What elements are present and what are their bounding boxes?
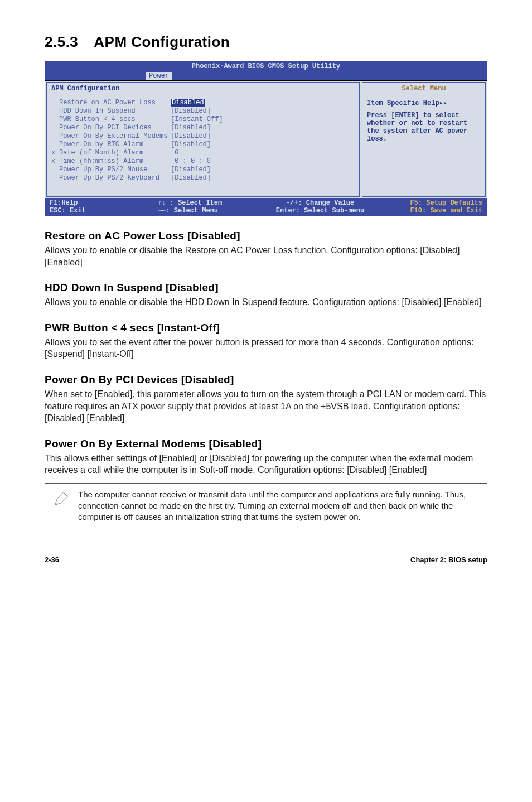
section-title: APM Configuration [94, 33, 230, 50]
bios-option-row: Power-On by RTC Alarm[Disabled] [51, 141, 355, 149]
arrow-right-icon: ▸▸ [439, 99, 447, 107]
subheading-pwrbtn: PWR Button < 4 secs [Instant-Off] [45, 322, 487, 334]
subheading-hdd: HDD Down In Suspend [Disabled] [45, 282, 487, 294]
section-heading: 2.5.3APM Configuration [45, 33, 487, 51]
section-number: 2.5.3 [45, 33, 78, 50]
paragraph: This allows either settings of [Enabled]… [45, 452, 487, 476]
note-box: The computer cannot receive or transmit … [45, 483, 487, 529]
paragraph: Allows you to set the event after the po… [45, 336, 487, 360]
page-number: 2-36 [45, 555, 59, 564]
bios-option-row: Restore on AC Power LossDisabled [51, 99, 355, 107]
note-text: The computer cannot receive or transmit … [78, 489, 487, 523]
bios-right-pane: Select Menu Item Specific Help▸▸ Press [… [362, 82, 486, 197]
bios-menu-active: Power [146, 72, 172, 80]
bios-option-row: Power Up By PS/2 Keyboard[Disabled] [51, 174, 355, 182]
paragraph: Allows you to enable or disable the HDD … [45, 296, 487, 308]
bios-window: Phoenix-Award BIOS CMOS Setup Utility Po… [45, 61, 487, 216]
help-body: Press [ENTER] to select whether or not t… [367, 112, 481, 143]
chapter-label: Chapter 2: BIOS setup [410, 555, 487, 564]
pencil-icon [45, 489, 78, 523]
page-footer: 2-36 Chapter 2: BIOS setup [45, 552, 487, 564]
bios-option-row: PWR Button < 4 secs[Instant-Off] [51, 115, 355, 124]
bios-title: Phoenix-Award BIOS CMOS Setup Utility [45, 61, 487, 71]
paragraph: Allows you to enable or disable the Rest… [45, 244, 487, 268]
help-title: Item Specific Help▸▸ [367, 99, 481, 107]
bios-menu-bar: Power [45, 71, 487, 80]
bios-legend: F1:HelpESC: Exit ↑↓ : Select Item→←: Sel… [45, 198, 487, 216]
subheading-modems: Power On By External Modems [Disabled] [45, 438, 487, 450]
bios-option-row: Power On By External Modems[Disabled] [51, 132, 355, 141]
bios-left-pane: APM Configuration Restore on AC Power Lo… [46, 82, 360, 197]
subheading-restore: Restore on AC Power Loss [Disabled] [45, 230, 487, 242]
bios-option-row: xTime (hh:mm:ss) Alarm 0 : 0 : 0 [51, 157, 355, 166]
bios-right-title: Select Menu [362, 83, 485, 95]
bios-option-row: xDate (of Month) Alarm 0 [51, 149, 355, 157]
bios-left-title: APM Configuration [47, 83, 359, 95]
bios-option-row: Power Up By PS/2 Mouse[Disabled] [51, 166, 355, 174]
bios-option-row: HDD Down In Suspend[Disabled] [51, 107, 355, 115]
subheading-pci: Power On By PCI Devices [Disabled] [45, 374, 487, 386]
bios-option-row: Power On By PCI Devices[Disabled] [51, 124, 355, 132]
paragraph: When set to [Enabled], this parameter al… [45, 388, 487, 424]
